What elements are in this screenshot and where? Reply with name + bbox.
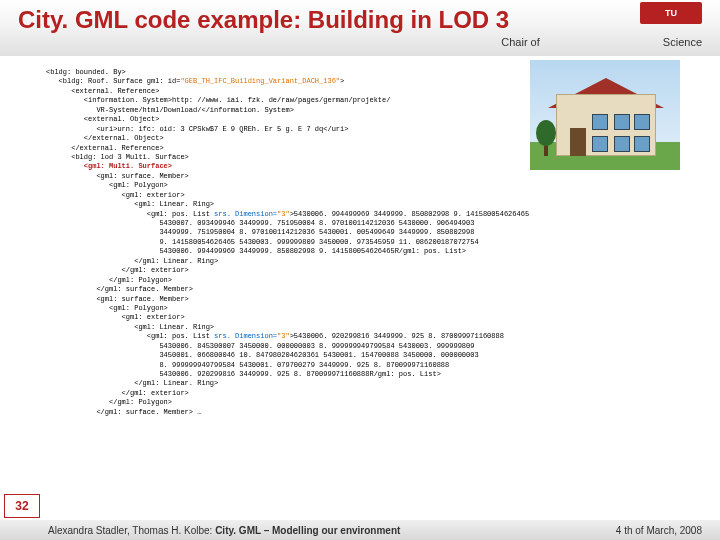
slide: City. GML code example: Building in LOD … (0, 0, 720, 540)
slide-title: City. GML code example: Building in LOD … (18, 6, 702, 34)
header-subtitle-left: Chair of (501, 36, 540, 48)
slide-number: 32 (4, 494, 40, 518)
footer-left: Alexandra Stadler, Thomas H. Kolbe: City… (48, 525, 400, 536)
tu-berlin-logo: TU (640, 2, 702, 24)
code-block: <bldg: bounded. By> <bldg: Roof. Surface… (46, 68, 696, 417)
footer-bar: Alexandra Stadler, Thomas H. Kolbe: City… (0, 520, 720, 540)
title-bar: City. GML code example: Building in LOD … (0, 0, 720, 56)
header-subtitle: Chair of Science (501, 36, 702, 48)
header-subtitle-right: Science (663, 36, 702, 48)
footer-right: 4 th of March, 2008 (616, 525, 702, 536)
